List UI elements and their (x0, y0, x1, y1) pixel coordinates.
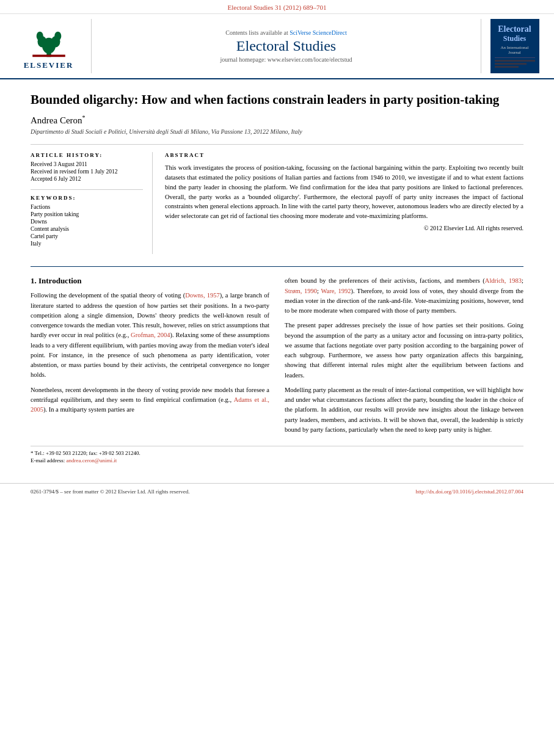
revised-date: Received in revised form 1 July 2012 (31, 169, 143, 175)
abstract-panel: ABSTRACT This work investigates the proc… (165, 152, 523, 254)
accepted-date: Accepted 6 July 2012 (31, 176, 143, 182)
es-badge-area: Electoral Studies An International Journ… (481, 19, 542, 73)
es-badge-subtitle: Studies (495, 34, 535, 43)
citation-bar: Electoral Studies 31 (2012) 689–701 (0, 0, 554, 14)
keyword-factions: Factions (31, 204, 143, 210)
received-date: Received 3 August 2011 (31, 161, 143, 167)
bottom-bar: 0261-3794/$ – see front matter © 2012 El… (0, 483, 554, 500)
issn-text: 0261-3794/$ – see front matter © 2012 El… (31, 489, 190, 495)
journal-title: Electoral Studies (236, 38, 336, 54)
ref-aldrich-1983[interactable]: Aldrich, 1983 (485, 277, 522, 284)
section-divider (31, 266, 523, 267)
ref-strom-1990[interactable]: Strøm, 1990 (285, 288, 317, 294)
keyword-content-analysis: Content analysis (31, 226, 143, 232)
keyword-party-position: Party position taking (31, 211, 143, 217)
two-column-body: 1. Introduction Following the developmen… (31, 276, 523, 440)
intro-para-1: Following the development of the spatial… (31, 291, 269, 380)
article-info-panel: Article history: Received 3 August 2011 … (31, 152, 153, 254)
footnotes: * Tel.: +39 02 503 21220; fax: +39 02 50… (31, 446, 523, 463)
elsevier-logo-area: ELSEVIER ELSEVIER (12, 19, 92, 73)
ref-downs-1957[interactable]: Downs, 1957 (185, 292, 220, 299)
author-name: Andrea Ceron* (31, 114, 523, 126)
copyright-line: © 2012 Elsevier Ltd. All rights reserved… (165, 225, 523, 231)
keywords-header: Keywords: (31, 195, 143, 201)
abstract-header: ABSTRACT (165, 152, 523, 158)
doi-link[interactable]: http://dx.doi.org/10.1016/j.electstud.20… (415, 489, 523, 495)
ref-adams-2005[interactable]: Adams et al., 2005 (31, 396, 269, 413)
article-history-section: Article history: Received 3 August 2011 … (31, 152, 143, 182)
abstract-text: This work investigates the process of po… (165, 163, 523, 221)
right-para-1: often bound by the preferences of their … (285, 276, 523, 316)
ref-ware-1992[interactable]: Ware, 1992 (321, 288, 351, 294)
main-content: Bounded oligarchy: How and when factions… (0, 79, 554, 477)
contents-available-line: Contents lists available at SciVerse Sci… (225, 29, 347, 36)
article-info-header: Article history: (31, 152, 143, 158)
col-left: 1. Introduction Following the developmen… (31, 276, 269, 440)
sciverse-link[interactable]: SciVerse ScienceDirect (290, 29, 347, 36)
keywords-section: Keywords: Factions Party position taking… (31, 195, 143, 247)
citation-text: Electoral Studies 31 (2012) 689–701 (228, 4, 327, 11)
svg-text:ELSEVIER: ELSEVIER (42, 58, 56, 59)
es-badge: Electoral Studies An International Journ… (490, 19, 539, 73)
article-title: Bounded oligarchy: How and when factions… (31, 92, 523, 108)
es-badge-body: An International Journal (495, 45, 535, 55)
elsevier-logo: ELSEVIER ELSEVIER (24, 22, 74, 70)
col-right: often bound by the preferences of their … (285, 276, 523, 440)
affiliation: Dipartimento di Studi Sociali e Politici… (31, 128, 523, 135)
section-1-heading: 1. Introduction (31, 276, 269, 286)
svg-rect-6 (32, 55, 65, 57)
intro-para-2: Nonetheless, recent developments in the … (31, 385, 269, 415)
journal-header: ELSEVIER ELSEVIER Contents lists availab… (0, 14, 554, 79)
right-para-3: Modelling party placement as the result … (285, 385, 523, 435)
keyword-downs: Downs (31, 219, 143, 225)
journal-homepage: journal homepage: www.elsevier.com/locat… (221, 56, 352, 63)
keyword-italy: Italy (31, 241, 143, 247)
info-divider-1 (31, 189, 143, 190)
svg-point-4 (36, 32, 43, 41)
right-para-2: The present paper addresses precisely th… (285, 321, 523, 380)
journal-header-center: Contents lists available at SciVerse Sci… (98, 19, 475, 73)
author-sup: * (82, 114, 86, 121)
es-badge-title: Electoral (495, 24, 535, 34)
elsevier-wordmark: ELSEVIER (24, 60, 74, 70)
footnote-tel: * Tel.: +39 02 503 21220; fax: +39 02 50… (31, 450, 523, 456)
elsevier-tree-icon: ELSEVIER (31, 22, 67, 59)
ref-grofman-2004[interactable]: Grofman, 2004 (131, 332, 170, 338)
footnote-email: E-mail address: andrea.ceron@unimi.it (31, 457, 523, 463)
svg-point-5 (54, 32, 61, 41)
email-link[interactable]: andrea.ceron@unimi.it (66, 457, 117, 463)
article-info-abstract: Article history: Received 3 August 2011 … (31, 144, 523, 254)
keyword-cartel-party: Cartel party (31, 233, 143, 239)
